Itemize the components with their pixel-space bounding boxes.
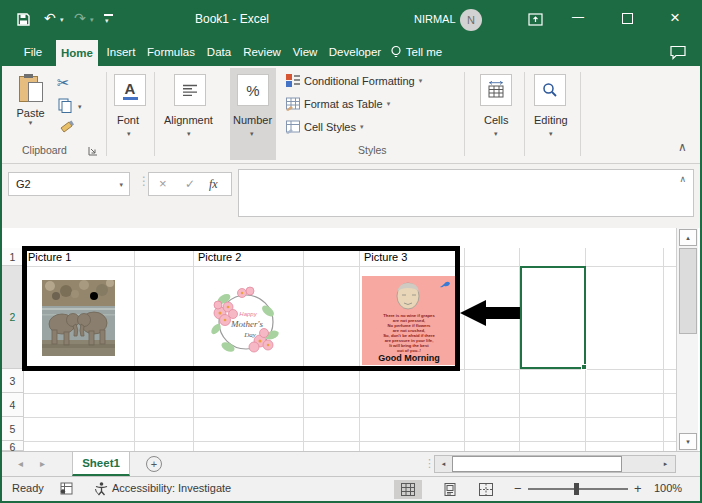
zoom-level[interactable]: 100% — [654, 482, 682, 494]
add-sheet-icon[interactable]: + — [146, 456, 162, 472]
row-header-3[interactable]: 3 — [2, 369, 24, 393]
view-normal-icon[interactable] — [394, 480, 422, 499]
scroll-right-icon[interactable]: ▸ — [658, 457, 673, 471]
row-header-6[interactable]: 6 — [2, 441, 24, 451]
sheet-nav-left-icon[interactable]: ◂ — [18, 458, 23, 469]
view-page-layout-icon[interactable] — [436, 480, 464, 499]
tab-file[interactable]: File — [12, 38, 54, 66]
font-label: Font — [117, 114, 139, 126]
paste-caret-icon: ▾ — [16, 119, 45, 127]
alignment-caret-icon[interactable]: ▾ — [187, 130, 191, 138]
enter-icon[interactable]: ✓ — [185, 177, 195, 191]
conditional-formatting-button[interactable]: Conditional Formatting▾ — [286, 74, 422, 88]
dialog-launcher-icon[interactable] — [88, 146, 98, 156]
scroll-left-icon[interactable]: ◂ — [436, 457, 451, 471]
tab-data[interactable]: Data — [200, 38, 238, 66]
group-separator — [580, 72, 581, 156]
tab-home[interactable]: Home — [56, 40, 98, 66]
lightbulb-icon — [390, 45, 402, 60]
font-icon[interactable]: A — [114, 74, 146, 106]
editing-label: Editing — [534, 114, 568, 126]
fx-icon[interactable]: fx — [209, 177, 218, 192]
number-label: Number — [233, 114, 272, 126]
cells-caret-icon[interactable]: ▾ — [494, 130, 498, 138]
copy-icon[interactable] — [58, 98, 73, 113]
formula-collapse-icon[interactable]: ∧ — [679, 174, 686, 184]
font-caret-icon[interactable]: ▾ — [127, 130, 131, 138]
copy-caret-icon[interactable]: ▾ — [78, 103, 82, 111]
group-separator — [154, 72, 155, 156]
cells-label: Cells — [484, 114, 508, 126]
view-page-break-icon[interactable] — [472, 480, 500, 499]
row-header-1[interactable]: 1 — [2, 248, 24, 266]
formula-input[interactable]: ∧ — [238, 169, 694, 217]
alignment-label: Alignment — [164, 114, 213, 126]
row-header-5[interactable]: 5 — [2, 417, 24, 441]
fill-handle[interactable] — [581, 364, 587, 370]
tab-formulas[interactable]: Formulas — [142, 38, 200, 66]
minimize-icon[interactable]: — — [572, 10, 584, 24]
editing-icon[interactable] — [534, 74, 566, 106]
cells-icon[interactable] — [480, 74, 512, 106]
tab-insert[interactable]: Insert — [100, 38, 142, 66]
horizontal-scrollbar-thumb[interactable] — [452, 456, 622, 472]
tab-developer[interactable]: Developer — [324, 38, 386, 66]
cell-styles-button[interactable]: Cell Styles▾ — [286, 120, 363, 134]
cut-icon[interactable]: ✂ — [57, 74, 70, 92]
gridline — [464, 248, 465, 451]
vertical-scrollbar-thumb[interactable] — [679, 248, 697, 334]
annotation-arrow-tail — [484, 307, 520, 319]
status-bar: Ready Accessibility: Investigate − + 100… — [2, 476, 700, 501]
name-box[interactable]: G2 ▾ — [8, 172, 130, 196]
group-separator — [464, 72, 465, 156]
format-painter-icon[interactable] — [59, 120, 75, 136]
gridline — [24, 441, 676, 442]
styles-group-label: Styles — [358, 144, 387, 156]
sheet-tab-bar: ◂ ▸ Sheet1 + ⋮ ◂ ▸ — [2, 451, 700, 476]
macro-record-icon[interactable] — [60, 482, 73, 495]
close-icon[interactable]: × — [670, 8, 680, 28]
annotation-rectangle — [22, 246, 460, 371]
spreadsheet-grid[interactable]: A B C D E F G H 1 2 3 4 5 6 Picture 1 Pi… — [2, 228, 700, 451]
vertical-scrollbar[interactable]: ▴ ▾ — [676, 228, 698, 451]
zoom-slider-thumb[interactable] — [574, 483, 579, 495]
name-box-caret-icon[interactable]: ▾ — [119, 181, 123, 189]
tell-me-box[interactable]: Tell me — [402, 38, 446, 66]
maximize-icon[interactable] — [622, 13, 633, 24]
avatar[interactable]: N — [460, 9, 482, 31]
row-header-4[interactable]: 4 — [2, 393, 24, 417]
annotation-arrow-head — [460, 300, 486, 326]
title-bar: ↶ ▾ ↷ ▾ ▾ Book1 - Excel NIRMAL N — × — [2, 2, 700, 38]
zoom-in-icon[interactable]: + — [634, 481, 642, 496]
zoom-out-icon[interactable]: − — [514, 481, 522, 496]
scroll-up-icon[interactable]: ▴ — [679, 229, 697, 246]
selected-cell-outline — [520, 266, 586, 369]
sheet-nav-right-icon[interactable]: ▸ — [40, 458, 45, 469]
ribbon-options-icon[interactable] — [528, 12, 543, 27]
comment-icon[interactable] — [670, 45, 686, 60]
row-header-2-selected[interactable]: 2 — [2, 266, 24, 369]
tab-view[interactable]: View — [286, 38, 324, 66]
clipboard-group-label: Clipboard — [22, 144, 67, 156]
ribbon-tab-row: File Home Insert Formulas Data Review Vi… — [2, 38, 700, 66]
gridline — [24, 393, 676, 394]
horizontal-scrollbar[interactable]: ◂ ▸ — [434, 455, 676, 473]
collapse-ribbon-icon[interactable]: ∧ — [678, 140, 687, 154]
alignment-icon[interactable] — [174, 74, 206, 106]
group-separator — [524, 72, 525, 156]
gridline — [663, 248, 664, 451]
number-caret-icon[interactable]: ▾ — [250, 130, 254, 138]
number-icon[interactable]: % — [237, 74, 269, 106]
sheet-tab-sheet1[interactable]: Sheet1 — [72, 452, 130, 476]
tab-review[interactable]: Review — [238, 38, 286, 66]
editing-caret-icon[interactable]: ▾ — [549, 130, 553, 138]
user-name[interactable]: NIRMAL — [414, 13, 456, 25]
formula-buttons-box: × ✓ fx — [148, 172, 232, 196]
status-accessibility[interactable]: Accessibility: Investigate — [112, 482, 231, 494]
cancel-icon[interactable]: × — [159, 176, 167, 191]
paste-button[interactable]: Paste ▾ — [16, 74, 45, 127]
format-as-table-button[interactable]: Format as Table▾ — [286, 97, 390, 111]
scroll-down-icon[interactable]: ▾ — [679, 433, 697, 450]
accessibility-icon[interactable] — [94, 481, 109, 496]
conditional-formatting-icon — [286, 74, 300, 88]
